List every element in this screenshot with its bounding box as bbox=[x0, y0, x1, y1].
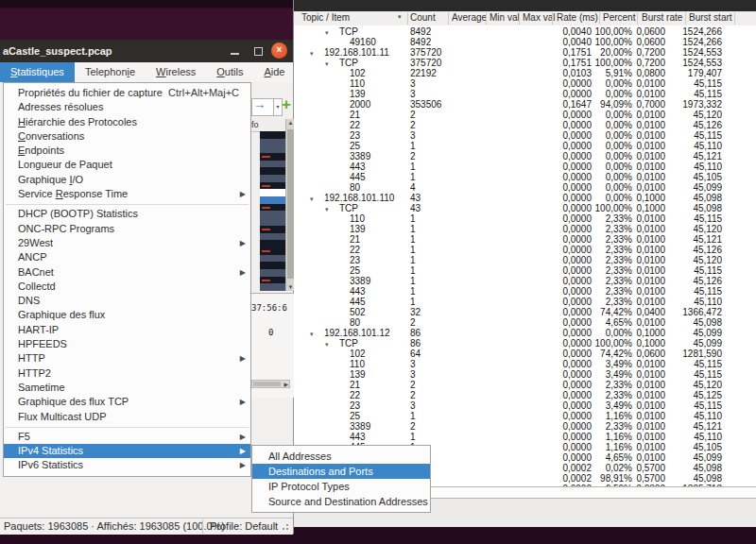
table-row[interactable]: ▾TCP3757200,1751100,00%0,72001524,553 bbox=[294, 58, 756, 68]
scroll-right-icon[interactable]: ▶ bbox=[284, 381, 288, 387]
menu-item-ipv4-statistics[interactable]: IPv4 Statistics▶ bbox=[4, 444, 250, 458]
table-row[interactable]: 2120,00002,33%0,010045,120 bbox=[294, 380, 756, 390]
table-row[interactable]: 44510,00002,33%0,010045,110 bbox=[294, 297, 756, 307]
resize-grip[interactable] bbox=[283, 528, 284, 530]
column-header-average[interactable]: Average bbox=[452, 12, 487, 23]
menu-item-ipv6-statistics[interactable]: IPv6 Statistics▶ bbox=[4, 458, 250, 472]
table-row[interactable]: 338920,00000,00%0,010045,121 bbox=[294, 151, 756, 162]
column-header-rate-ms-[interactable]: Rate (ms) bbox=[557, 12, 598, 23]
menubar-item-wireless[interactable]: Wireless bbox=[146, 62, 206, 82]
table-row[interactable]: ▾TCP430,0000100,00%0,100045,098 bbox=[294, 203, 756, 213]
titlebar[interactable]: aCastle_suspect.pcap × bbox=[0, 40, 293, 62]
packet-list-vertical-scrollbar[interactable]: ▲ ▼ bbox=[285, 119, 294, 291]
horizontal-scrollbar-fragment[interactable]: ▶ bbox=[251, 380, 290, 388]
submenu-item-all-addresses[interactable]: All Addresses bbox=[252, 449, 430, 464]
menu-item-sametime[interactable]: Sametime bbox=[4, 381, 250, 395]
table-row[interactable]: 2210,00002,33%0,010045,126 bbox=[294, 245, 756, 255]
menu-item-http2[interactable]: HTTP2 bbox=[4, 366, 250, 381]
menubar-item-telephonie[interactable]: Telephonie bbox=[75, 62, 146, 82]
menu-item-propri-t-s-du-fichier-de-capture[interactable]: Propriétés du fichier de captureCtrl+Alt… bbox=[4, 86, 250, 100]
menu-item-endpoints[interactable]: Endpoints bbox=[4, 144, 250, 158]
table-row[interactable]: 102640,000074,42%0,06001281,590 bbox=[294, 348, 756, 359]
table-row[interactable]: 4916084920,0040100,00%0,06001524,266 bbox=[294, 37, 756, 47]
menu-item-hart-ip[interactable]: HART-IP bbox=[4, 323, 250, 337]
table-row[interactable]: 502320,000074,42%0,04001366,472 bbox=[294, 307, 756, 317]
menu-item-29west[interactable]: 29West▶ bbox=[4, 236, 250, 250]
scrollbar-thumb[interactable] bbox=[287, 129, 294, 279]
menu-item-graphique-des-flux-tcp[interactable]: Graphique des flux TCP▶ bbox=[4, 395, 250, 409]
menu-item-ancp[interactable]: ANCP bbox=[4, 250, 250, 264]
menu-item-dns[interactable]: DNS bbox=[4, 294, 250, 308]
table-row[interactable]: 2330,00000,00%0,010045,115 bbox=[294, 130, 756, 141]
table-row[interactable]: 2510,00002,33%0,010045,115 bbox=[294, 265, 756, 276]
menu-item-collectd[interactable]: Collectd bbox=[4, 280, 250, 294]
scroll-down-icon[interactable]: ▼ bbox=[286, 284, 295, 290]
column-header-min-val[interactable]: Min val bbox=[490, 12, 520, 23]
menu-item-hi-rarchie-des-protocoles[interactable]: Hiérarchie des Protocoles bbox=[4, 115, 250, 129]
column-header-max-val[interactable]: Max val bbox=[523, 12, 555, 23]
stats-window-titlebar[interactable] bbox=[294, 0, 756, 11]
table-row[interactable]: 13930,00003,49%0,010045,115 bbox=[294, 369, 756, 380]
table-row[interactable]: 2510,00000,00%0,010045,110 bbox=[294, 141, 756, 151]
profile-status[interactable]: Profile: Default bbox=[210, 520, 278, 532]
column-header-percent[interactable]: Percent bbox=[603, 12, 635, 23]
menu-item-service-response-time[interactable]: Service Response Time▶ bbox=[4, 187, 250, 201]
menu-item-http[interactable]: HTTP▶ bbox=[4, 351, 250, 366]
maximize-button[interactable] bbox=[251, 43, 266, 59]
table-row[interactable]: ▾TCP84920,0040100,00%0,06001524,266 bbox=[294, 26, 756, 37]
submenu-item-source-and-destination-addresses[interactable]: Source and Destination Addresses bbox=[252, 494, 430, 509]
table-row[interactable]: ▾192.168.101.113757200,175120,00%0,72001… bbox=[294, 47, 756, 58]
menu-item-f5[interactable]: F5▶ bbox=[4, 430, 250, 444]
menu-item-conversations[interactable]: Conversations bbox=[4, 129, 250, 144]
menubar-item-aide[interactable]: Aide bbox=[253, 62, 295, 82]
table-row[interactable]: 13930,00000,00%0,010045,115 bbox=[294, 89, 756, 99]
table-row[interactable]: 8020,00004,65%0,010045,098 bbox=[294, 317, 756, 328]
menubar-item-outils[interactable]: Outils bbox=[206, 62, 253, 82]
table-row[interactable]: 2120,00000,00%0,010045,120 bbox=[294, 110, 756, 120]
table-row[interactable]: 2330,00003,49%0,010045,115 bbox=[294, 400, 756, 411]
close-button[interactable]: × bbox=[271, 42, 287, 59]
submenu-item-ip-protocol-types[interactable]: IP Protocol Types bbox=[252, 479, 430, 494]
menu-item-dhcp-bootp-statistics[interactable]: DHCP (BOOTP) Statistics bbox=[4, 207, 250, 221]
table-row[interactable]: 44510,00000,00%0,010045,105 bbox=[294, 172, 756, 182]
column-header-count[interactable]: Count bbox=[410, 12, 436, 23]
menu-item-hpfeeds[interactable]: HPFEEDS bbox=[4, 337, 250, 351]
menu-item-onc-rpc-programs[interactable]: ONC-RPC Programs bbox=[4, 222, 250, 236]
table-row[interactable]: 11030,00003,49%0,010045,115 bbox=[294, 359, 756, 369]
column-header-burst-rate[interactable]: Burst rate bbox=[642, 12, 682, 23]
scrollbar-thumb[interactable] bbox=[253, 382, 281, 386]
submenu-item-destinations-and-ports[interactable]: Destinations and Ports bbox=[252, 464, 430, 479]
table-row[interactable]: 2220,00002,33%0,010045,125 bbox=[294, 390, 756, 400]
table-row[interactable]: 44310,00000,00%0,010045,110 bbox=[294, 162, 756, 172]
table-row[interactable]: 2220,00000,00%0,010045,126 bbox=[294, 120, 756, 130]
menu-item-longueur-de-paquet[interactable]: Longueur de Paquet bbox=[4, 158, 250, 172]
menu-item-flux-multicast-udp[interactable]: Flux Multicast UDP bbox=[4, 410, 250, 424]
menu-item-bacnet[interactable]: BACnet▶ bbox=[4, 265, 250, 280]
menu-item-graphique-i-o[interactable]: Graphique I/O bbox=[4, 173, 250, 187]
table-row[interactable]: 11030,00000,00%0,010045,115 bbox=[294, 78, 756, 89]
table-row[interactable]: 44310,00001,16%0,010045,110 bbox=[294, 432, 756, 442]
column-header-topic-item[interactable]: Topic / Item bbox=[301, 12, 350, 23]
add-filter-plus-icon[interactable]: + bbox=[282, 95, 291, 114]
menu-item-graphique-des-flux[interactable]: Graphique des flux bbox=[4, 308, 250, 322]
packet-list-fragment[interactable] bbox=[260, 131, 285, 291]
table-row[interactable]: 338910,00002,33%0,010045,126 bbox=[294, 276, 756, 286]
table-row[interactable]: 8040,00000,00%0,010045,099 bbox=[294, 182, 756, 193]
table-row[interactable]: ▾192.168.101.110430,00000,00%0,100045,09… bbox=[294, 193, 756, 203]
table-row[interactable]: 20003535060,164794,09%0,70001973,332 bbox=[294, 99, 756, 110]
apply-filter-arrow-icon[interactable]: → bbox=[253, 97, 266, 111]
minimize-button[interactable] bbox=[228, 43, 243, 59]
menu-item-adresses-r-solues[interactable]: Adresses résolues bbox=[4, 100, 250, 114]
column-header-burst-start[interactable]: Burst start bbox=[689, 12, 732, 23]
table-row[interactable]: ▾192.168.101.12860,00000,00%0,100045,099 bbox=[294, 328, 756, 338]
table-row[interactable]: 338920,00002,33%0,010045,121 bbox=[294, 421, 756, 432]
table-row[interactable]: 11010,00002,33%0,010045,115 bbox=[294, 213, 756, 224]
scroll-up-icon[interactable]: ▲ bbox=[286, 120, 295, 126]
table-row[interactable]: ▾TCP860,0000100,00%0,100045,099 bbox=[294, 338, 756, 348]
table-row[interactable]: 44310,00002,33%0,010045,115 bbox=[294, 286, 756, 297]
table-row[interactable]: 2510,00001,16%0,010045,110 bbox=[294, 411, 756, 421]
menubar-item-statistiques[interactable]: Statistiques bbox=[0, 62, 75, 82]
table-row[interactable]: 2310,00002,33%0,010045,120 bbox=[294, 255, 756, 265]
table-row[interactable]: 102221920,01035,91%0,0800179,407 bbox=[294, 68, 756, 78]
table-row[interactable]: 2110,00002,33%0,010045,121 bbox=[294, 234, 756, 245]
